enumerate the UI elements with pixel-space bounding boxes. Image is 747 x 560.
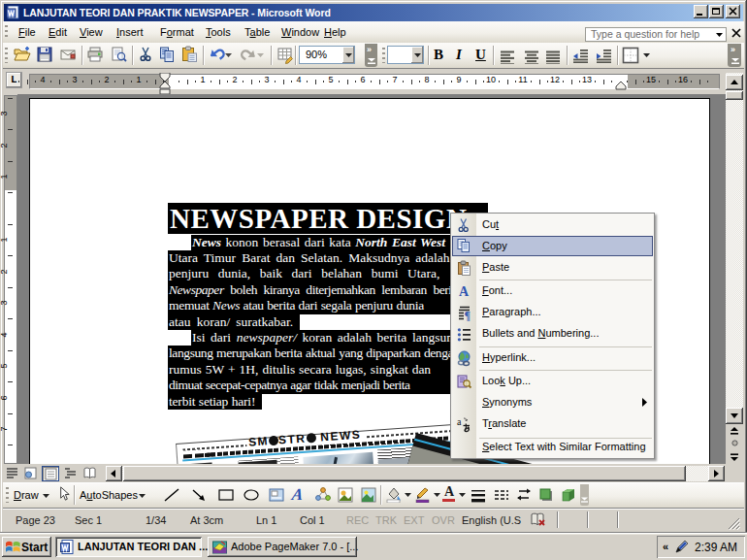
svg-text:A: A [459,284,470,299]
svg-text:a: a [457,416,462,427]
svg-text:¶: ¶ [465,309,471,321]
